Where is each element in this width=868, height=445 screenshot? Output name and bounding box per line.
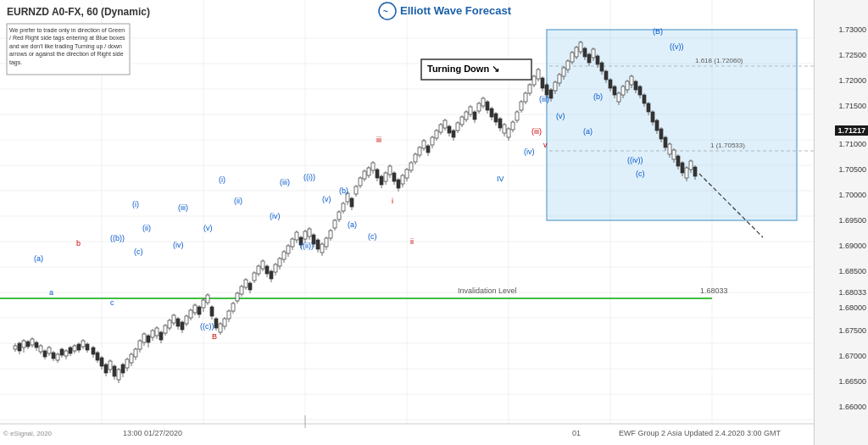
price-1665: 1.66500: [838, 377, 866, 386]
svg-rect-149: [274, 264, 277, 272]
svg-rect-81: [130, 354, 133, 363]
svg-rect-233: [452, 131, 455, 137]
svg-rect-153: [282, 252, 286, 259]
svg-rect-137: [248, 283, 252, 290]
svg-rect-299: [592, 49, 595, 58]
svg-rect-307: [609, 80, 612, 88]
wave-ii1: (ii): [142, 224, 151, 232]
svg-rect-127: [227, 311, 231, 319]
svg-rect-173: [325, 238, 328, 247]
svg-rect-327: [651, 112, 654, 122]
svg-rect-177: [333, 220, 337, 228]
ewf-credit: EWF Group 2 Asia Updated 2.4.2020 3:00 G…: [619, 429, 782, 437]
wave-b3: (b): [339, 186, 348, 195]
svg-rect-211: [405, 170, 409, 178]
svg-rect-341: [681, 163, 684, 173]
svg-rect-237: [460, 117, 464, 125]
svg-rect-37: [35, 342, 38, 348]
svg-rect-33: [26, 342, 30, 347]
svg-rect-219: [422, 141, 426, 148]
svg-rect-255: [498, 119, 502, 128]
svg-rect-235: [456, 123, 459, 131]
wave-B1: B: [212, 332, 217, 341]
svg-rect-199: [380, 176, 383, 185]
time-label-2: 01: [572, 429, 581, 437]
svg-rect-125: [223, 319, 226, 326]
price-1675: 1.67500: [838, 326, 866, 335]
svg-rect-95: [159, 332, 163, 340]
svg-rect-69: [104, 364, 108, 373]
svg-rect-169: [316, 240, 320, 249]
svg-rect-337: [672, 150, 676, 159]
svg-rect-63: [92, 348, 95, 354]
svg-rect-191: [363, 171, 366, 179]
svg-rect-325: [647, 103, 650, 112]
svg-rect-333: [664, 137, 667, 147]
svg-rect-155: [287, 246, 290, 253]
svg-rect-345: [689, 161, 693, 170]
svg-rect-215: [414, 154, 417, 162]
wave-a3: (a): [348, 220, 357, 229]
wave-bb1: ((b)): [110, 234, 125, 242]
svg-rect-67: [100, 358, 103, 366]
svg-rect-309: [613, 86, 616, 95]
wave-v2: (v): [322, 195, 331, 203]
svg-rect-65: [96, 353, 99, 360]
wave-ii2: (ii): [234, 197, 242, 205]
wave-iiii2: ((ii)): [300, 242, 314, 250]
svg-rect-29: [18, 343, 21, 351]
wave-B2: (B): [653, 27, 663, 36]
svg-rect-251: [490, 108, 493, 117]
svg-rect-59: [81, 341, 85, 347]
svg-rect-45: [52, 353, 55, 359]
wave-ii4: ii: [410, 237, 414, 246]
wave-i3: ((i)): [303, 173, 315, 181]
svg-rect-57: [77, 344, 81, 350]
svg-rect-109: [189, 310, 192, 318]
svg-rect-295: [583, 48, 587, 57]
svg-rect-89: [147, 336, 150, 342]
svg-rect-31: [22, 341, 25, 348]
svg-rect-101: [172, 315, 175, 323]
price-1680: 1.68033: [838, 288, 866, 297]
svg-rect-323: [643, 95, 646, 103]
svg-rect-61: [86, 344, 89, 350]
svg-rect-317: [630, 76, 633, 85]
wave-iii4: (iii): [539, 95, 549, 103]
svg-rect-185: [350, 198, 353, 207]
svg-rect-329: [655, 120, 659, 131]
svg-rect-347: [693, 167, 697, 176]
wave-iii2: (iii): [280, 178, 290, 186]
svg-rect-291: [575, 47, 578, 57]
svg-rect-141: [257, 266, 260, 274]
svg-rect-289: [570, 53, 574, 62]
svg-rect-315: [626, 81, 629, 90]
svg-rect-131: [236, 293, 239, 301]
svg-rect-47: [56, 354, 59, 360]
svg-rect-129: [231, 303, 235, 311]
svg-rect-27: [14, 346, 17, 349]
svg-rect-193: [367, 168, 370, 175]
svg-rect-103: [176, 319, 180, 326]
svg-rect-117: [206, 295, 209, 303]
svg-rect-87: [142, 334, 146, 342]
svg-rect-107: [185, 316, 188, 324]
svg-rect-301: [596, 56, 599, 64]
svg-rect-297: [587, 54, 591, 63]
svg-rect-157: [291, 239, 294, 247]
price-1700: 1.70000: [838, 191, 866, 199]
wave-a1: (a): [34, 254, 43, 263]
svg-rect-339: [676, 156, 680, 166]
wave-vv1: ((v)): [670, 42, 684, 51]
svg-rect-207: [397, 180, 400, 188]
svg-rect-55: [73, 346, 76, 351]
wave-iv4: ((iv)): [627, 156, 643, 164]
chart-container: EURNZD A0-FX, 60 (Dynamic) ~ Elliott Wav…: [0, 0, 868, 445]
svg-rect-221: [426, 146, 430, 153]
svg-rect-181: [342, 203, 345, 211]
svg-rect-311: [617, 93, 620, 102]
wave-v1: (v): [203, 224, 213, 232]
svg-rect-159: [295, 232, 298, 240]
svg-rect-209: [401, 175, 404, 184]
svg-rect-281: [554, 82, 557, 91]
